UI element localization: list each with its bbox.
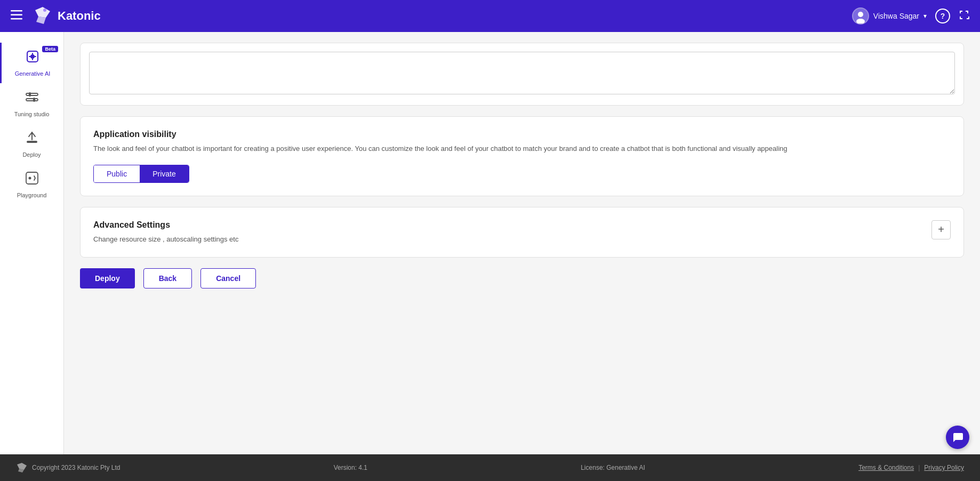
application-visibility-card: Application visibility The look and feel… [80, 116, 964, 196]
advanced-settings-desc: Change resource size , autoscaling setti… [93, 234, 238, 245]
svg-rect-11 [26, 93, 38, 95]
svg-rect-13 [29, 92, 31, 97]
sidebar-item-playground[interactable]: Playground [0, 164, 63, 205]
main-layout: Beta Generative AI Tuning studio [0, 32, 980, 454]
fullscreen-icon[interactable] [959, 10, 969, 22]
logo-text: Katonic [58, 9, 101, 23]
application-visibility-title: Application visibility [93, 130, 951, 139]
svg-rect-15 [27, 141, 37, 143]
footer-left: Copyright 2023 Katonic Pty Ltd [16, 462, 120, 473]
advanced-settings-card: Advanced Settings Change resource size ,… [80, 207, 964, 258]
user-info[interactable]: Vishwa Sagar ▾ [852, 7, 927, 25]
footer-copyright: Copyright 2023 Katonic Pty Ltd [32, 464, 120, 471]
sidebar: Beta Generative AI Tuning studio [0, 32, 64, 454]
svg-marker-18 [17, 463, 27, 470]
svg-rect-16 [26, 172, 38, 184]
user-name-label: Vishwa Sagar [873, 12, 919, 20]
advanced-header: Advanced Settings Change resource size ,… [93, 220, 951, 245]
footer-right: Terms & Conditions | Privacy Policy [858, 464, 964, 471]
footer: Copyright 2023 Katonic Pty Ltd Version: … [0, 454, 980, 481]
footer-license: License: Generative AI [581, 464, 645, 471]
deploy-button[interactable]: Deploy [80, 268, 135, 288]
sidebar-item-generative-ai[interactable]: Beta Generative AI [0, 43, 63, 83]
sidebar-item-playground-label: Playground [17, 192, 47, 198]
header: Katonic Vishwa Sagar ▾ ? [0, 0, 980, 32]
logo: Katonic [31, 6, 101, 26]
action-buttons: Deploy Back Cancel [80, 268, 964, 288]
logo-icon [31, 6, 53, 26]
svg-rect-1 [11, 14, 22, 15]
cancel-button[interactable]: Cancel [200, 268, 256, 288]
main-content: Application visibility The look and feel… [64, 32, 980, 454]
sidebar-item-generative-ai-label: Generative AI [15, 70, 51, 77]
header-right: Vishwa Sagar ▾ ? [852, 7, 969, 25]
svg-marker-4 [36, 17, 46, 24]
private-toggle-btn[interactable]: Private [140, 165, 189, 182]
sidebar-item-deploy-label: Deploy [22, 151, 41, 158]
public-toggle-btn[interactable]: Public [94, 165, 140, 182]
chevron-down-icon: ▾ [923, 12, 927, 20]
help-icon[interactable]: ? [935, 9, 950, 23]
header-left: Katonic [11, 6, 101, 26]
svg-point-5 [43, 9, 46, 12]
sidebar-item-tuning-studio[interactable]: Tuning studio [0, 83, 63, 124]
generative-ai-icon [25, 49, 40, 67]
back-button[interactable]: Back [143, 268, 192, 288]
svg-rect-0 [11, 10, 22, 12]
advanced-settings-expand-button[interactable]: + [931, 220, 951, 239]
privacy-policy-link[interactable]: Privacy Policy [924, 464, 964, 471]
svg-rect-2 [11, 18, 22, 20]
textarea-card [80, 43, 964, 106]
svg-rect-14 [33, 98, 35, 102]
app-textarea[interactable] [89, 52, 955, 94]
advanced-text: Advanced Settings Change resource size ,… [93, 220, 238, 245]
beta-badge: Beta [42, 46, 58, 52]
footer-logo-icon [16, 462, 28, 473]
terms-conditions-link[interactable]: Terms & Conditions [858, 464, 914, 471]
footer-version: Version: 4.1 [334, 464, 367, 471]
footer-divider: | [918, 464, 920, 471]
sidebar-item-deploy[interactable]: Deploy [0, 124, 63, 164]
deploy-icon [25, 130, 39, 148]
tuning-studio-icon [25, 90, 39, 108]
advanced-settings-title: Advanced Settings [93, 220, 238, 230]
svg-point-17 [28, 177, 31, 180]
svg-point-7 [858, 12, 863, 17]
visibility-toggle-group: Public Private [93, 165, 189, 183]
menu-icon[interactable] [11, 10, 22, 22]
chat-bubble-button[interactable] [946, 426, 969, 449]
playground-icon [25, 171, 39, 189]
svg-point-10 [30, 54, 35, 59]
avatar [852, 7, 869, 25]
application-visibility-desc: The look and feel of your chatbot is imp… [93, 143, 951, 154]
sidebar-item-tuning-studio-label: Tuning studio [14, 111, 50, 117]
svg-marker-3 [35, 7, 50, 18]
svg-rect-12 [26, 99, 38, 101]
